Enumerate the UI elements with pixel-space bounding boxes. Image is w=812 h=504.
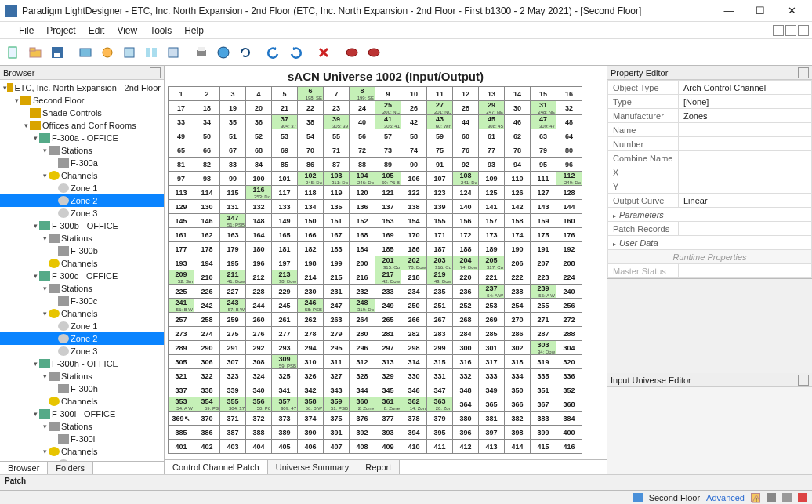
- channel-cell[interactable]: 302: [505, 341, 531, 355]
- channel-cell[interactable]: 352: [556, 383, 582, 397]
- mdi-max-icon[interactable]: [785, 25, 796, 36]
- channel-cell[interactable]: 224: [556, 270, 582, 285]
- channel-cell[interactable]: 157: [479, 214, 505, 228]
- channel-cell[interactable]: 145: [169, 214, 194, 228]
- channel-cell[interactable]: 100: [246, 172, 272, 186]
- tree-item[interactable]: F-300b: [0, 245, 164, 257]
- channel-cell[interactable]: 322: [194, 369, 220, 383]
- channel-cell[interactable]: 41306: 41: [375, 115, 401, 129]
- channel-cell[interactable]: 85: [272, 158, 298, 172]
- channel-cell[interactable]: 263: [324, 313, 350, 327]
- tree-item[interactable]: ▾Offices and Conf Rooms: [0, 119, 164, 132]
- channel-cell[interactable]: 383: [531, 412, 556, 426]
- channel-cell[interactable]: 117: [272, 186, 298, 200]
- channel-cell[interactable]: 236: [453, 285, 479, 299]
- tree-item[interactable]: ▾F-300h - OFFICE: [0, 357, 164, 370]
- channel-cell[interactable]: 412: [453, 440, 479, 454]
- channel-cell[interactable]: 101: [272, 172, 298, 186]
- channel-cell[interactable]: 10: [401, 87, 427, 101]
- channel-cell[interactable]: 171: [427, 228, 453, 242]
- channel-cell[interactable]: 62: [505, 129, 531, 143]
- channel-cell[interactable]: 82: [194, 158, 220, 172]
- channel-cell[interactable]: 68: [246, 143, 272, 158]
- channel-cell[interactable]: 128: [556, 186, 582, 200]
- prop-section[interactable]: ▸User Data: [608, 236, 812, 250]
- channel-cell[interactable]: 244: [246, 299, 272, 313]
- channel-cell[interactable]: 148: [246, 214, 272, 228]
- channel-cell[interactable]: 415: [531, 440, 556, 454]
- channel-cell[interactable]: 84: [246, 158, 272, 172]
- channel-cell[interactable]: 340: [246, 383, 272, 397]
- channel-cell[interactable]: 127: [531, 186, 556, 200]
- channel-cell[interactable]: 47309: 47: [531, 115, 556, 129]
- channel-cell[interactable]: 287: [531, 327, 556, 341]
- channel-cell[interactable]: 15: [531, 87, 556, 101]
- channel-cell[interactable]: 35856: B W: [298, 397, 324, 412]
- channel-cell[interactable]: 122: [401, 186, 427, 200]
- channel-cell[interactable]: 135: [324, 200, 350, 214]
- channel-cell[interactable]: 247: [324, 299, 350, 313]
- channel-cell[interactable]: 111: [531, 172, 556, 186]
- channel-cell[interactable]: 218: [401, 270, 427, 285]
- channel-cell[interactable]: 11: [427, 87, 453, 101]
- channel-cell[interactable]: 364: [453, 397, 479, 412]
- channel-cell[interactable]: 380: [453, 412, 479, 426]
- channel-cell[interactable]: 238: [505, 285, 531, 299]
- channel-cell[interactable]: 232: [350, 285, 375, 299]
- channel-cell[interactable]: 325: [272, 369, 298, 383]
- channel-cell[interactable]: 257: [169, 313, 194, 327]
- channel-cell[interactable]: 4360: Win: [427, 115, 453, 129]
- tool-btn-1[interactable]: [75, 42, 96, 63]
- channel-cell[interactable]: 23: [324, 101, 350, 115]
- channel-cell[interactable]: 58: [401, 129, 427, 143]
- channel-cell[interactable]: 24156: B W: [169, 299, 194, 313]
- channel-cell[interactable]: 95: [531, 158, 556, 172]
- channel-cell[interactable]: 226: [194, 285, 220, 299]
- channel-cell[interactable]: 266: [401, 313, 427, 327]
- channel-cell[interactable]: 5: [272, 87, 298, 101]
- channel-cell[interactable]: 269: [479, 313, 505, 327]
- channel-cell[interactable]: 394: [401, 426, 427, 440]
- tab-report[interactable]: Report: [357, 460, 400, 474]
- tool-btn-2[interactable]: [97, 42, 118, 63]
- tree-item[interactable]: ▾Stations: [0, 282, 164, 295]
- channel-cell[interactable]: 78: [505, 143, 531, 158]
- channel-cell[interactable]: 118: [298, 186, 324, 200]
- channel-cell[interactable]: 6198: SE: [298, 87, 324, 101]
- channel-cell[interactable]: 369↖: [169, 412, 194, 426]
- channel-cell[interactable]: 348: [453, 383, 479, 397]
- channel-cell[interactable]: 294: [298, 341, 324, 355]
- prop-value[interactable]: [679, 165, 812, 179]
- channel-cell[interactable]: 293: [272, 341, 298, 355]
- menu-project[interactable]: Project: [40, 22, 82, 39]
- channel-cell[interactable]: 411: [427, 440, 453, 454]
- channel-cell[interactable]: 3: [220, 87, 246, 101]
- channel-cell[interactable]: 207: [531, 256, 556, 270]
- tree-item[interactable]: ▾Stations: [0, 144, 164, 157]
- channel-cell[interactable]: 326: [298, 369, 324, 383]
- channel-cell[interactable]: 223: [531, 270, 556, 285]
- channel-cell[interactable]: 180: [246, 242, 272, 256]
- channel-cell[interactable]: 288: [556, 327, 582, 341]
- tree-item[interactable]: ▾F-300a - OFFICE: [0, 132, 164, 144]
- channel-cell[interactable]: 23754: A W: [479, 285, 505, 299]
- channel-cell[interactable]: 400: [556, 426, 582, 440]
- channel-cell[interactable]: 59: [427, 129, 453, 143]
- channel-cell[interactable]: 329: [375, 369, 401, 383]
- channel-cell[interactable]: 216: [350, 270, 375, 285]
- channel-cell[interactable]: 161: [169, 228, 194, 242]
- channel-cell[interactable]: 56: [350, 129, 375, 143]
- property-grid[interactable]: Object TypeArch Control ChannelType[None…: [607, 80, 812, 278]
- channel-cell[interactable]: 321: [169, 369, 194, 383]
- browser-tab-browser[interactable]: Browser: [0, 462, 48, 474]
- channel-cell[interactable]: 155: [427, 214, 453, 228]
- tree-item[interactable]: Zone 1: [0, 320, 164, 332]
- tree-item[interactable]: F-300a: [0, 157, 164, 169]
- channel-cell[interactable]: 25200: NC: [375, 101, 401, 115]
- channel-cell[interactable]: 333: [479, 369, 505, 383]
- channel-cell[interactable]: 299: [427, 341, 453, 355]
- tree-item[interactable]: Zone 3: [0, 345, 164, 357]
- channel-cell[interactable]: 9: [375, 87, 401, 101]
- channel-cell[interactable]: 64: [556, 129, 582, 143]
- channel-cell[interactable]: 48: [556, 115, 582, 129]
